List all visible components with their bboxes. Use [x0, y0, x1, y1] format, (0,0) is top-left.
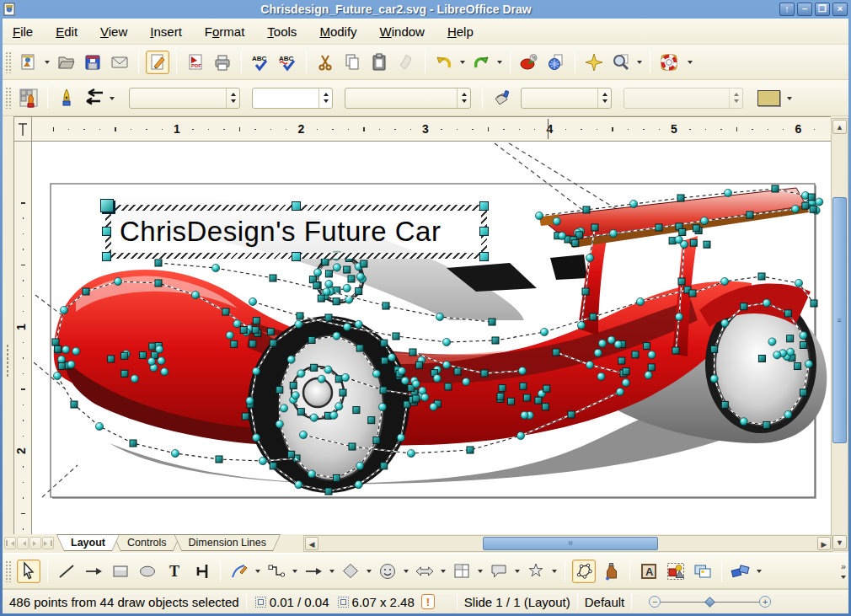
edit-point[interactable] [323, 288, 330, 296]
line-width-spinbox[interactable] [252, 88, 333, 109]
edit-point[interactable] [62, 345, 70, 353]
edit-point[interactable] [636, 297, 644, 305]
edit-point[interactable] [808, 194, 815, 201]
edit-point[interactable] [811, 300, 817, 307]
zoom-slider-thumb[interactable] [704, 597, 715, 608]
edit-point[interactable] [543, 385, 550, 392]
edit-point[interactable] [252, 367, 260, 375]
edit-point[interactable] [297, 313, 303, 319]
edit-point[interactable] [348, 276, 355, 282]
tab-controls[interactable]: Controls [113, 534, 181, 551]
edit-point[interactable] [721, 401, 728, 408]
edit-point[interactable] [800, 341, 806, 348]
lines-arrows-dropdown[interactable] [329, 570, 335, 576]
menu-item-insert[interactable]: Insert [150, 24, 182, 39]
edit-point[interactable] [372, 370, 380, 378]
edit-point[interactable] [678, 278, 685, 285]
edit-point[interactable] [373, 437, 380, 444]
edit-point[interactable] [55, 345, 62, 352]
edit-point[interactable] [295, 320, 302, 328]
edit-point[interactable] [508, 398, 515, 404]
edit-point[interactable] [381, 340, 388, 346]
edit-point[interactable] [325, 280, 333, 287]
edit-point[interactable] [675, 313, 682, 320]
help-button[interactable] [657, 51, 681, 74]
horizontal-scrollbar[interactable]: ◀ ≡ ▶ [303, 535, 832, 552]
edit-point[interactable] [758, 356, 765, 362]
area-style-combo[interactable] [521, 88, 612, 109]
redo-dropdown[interactable] [497, 61, 502, 67]
zoom-track-right[interactable] [713, 602, 759, 603]
edit-point[interactable] [689, 290, 696, 297]
selection-handle-left[interactable] [102, 227, 111, 236]
edit-point[interactable] [542, 404, 549, 410]
edit-point[interactable] [398, 367, 405, 375]
edit-point[interactable] [343, 284, 351, 292]
zoom-dropdown[interactable] [637, 61, 642, 67]
edit-point[interactable] [800, 389, 806, 396]
rotate-dropdown[interactable] [757, 570, 762, 576]
auto-spellcheck-button[interactable]: ABC [276, 51, 299, 74]
edit-point[interactable] [149, 343, 156, 350]
edit-point[interactable] [95, 422, 103, 430]
edit-point[interactable] [616, 388, 624, 395]
edit-point[interactable] [270, 463, 276, 469]
new-document-dropdown[interactable] [45, 61, 50, 67]
edit-point[interactable] [518, 367, 526, 374]
edit-point[interactable] [333, 332, 340, 340]
edit-point[interactable] [171, 449, 179, 457]
minimize-button[interactable]: – [797, 3, 812, 16]
edit-point[interactable] [333, 264, 340, 271]
edit-point[interactable] [325, 271, 332, 277]
edit-point[interactable] [252, 327, 259, 334]
edit-point[interactable] [787, 348, 795, 356]
edit-point[interactable] [430, 403, 437, 410]
edit-point[interactable] [656, 224, 662, 231]
edit-point[interactable] [393, 333, 399, 340]
undo-button[interactable] [432, 51, 456, 74]
vertical-scroll-thumb[interactable]: ≡ [832, 197, 847, 443]
edit-point[interactable] [67, 361, 75, 368]
symbol-shapes-button[interactable] [376, 560, 399, 583]
ellipse-tool-button[interactable] [136, 560, 159, 583]
selection-handle-top[interactable] [292, 201, 301, 211]
edit-point[interactable] [355, 481, 362, 489]
edit-point[interactable] [784, 410, 792, 418]
edit-point[interactable] [252, 434, 260, 442]
edit-point[interactable] [645, 372, 652, 379]
edit-point[interactable] [53, 372, 61, 379]
edit-point[interactable] [297, 409, 304, 415]
edit-point[interactable] [677, 195, 684, 201]
edit-point[interactable] [356, 273, 364, 281]
edit-point[interactable] [594, 349, 602, 356]
edit-point[interactable] [259, 457, 266, 464]
edit-point[interactable] [270, 340, 276, 346]
edit-point[interactable] [292, 392, 299, 399]
title-bar[interactable]: Chrisdesign_Future_car2.svg - LibreOffic… [0, 0, 851, 19]
edit-point[interactable] [816, 198, 823, 206]
selection-handle-bottomleft[interactable] [102, 252, 111, 261]
edit-point[interactable] [368, 417, 375, 424]
edit-point[interactable] [609, 229, 617, 237]
glue-points-button[interactable] [599, 560, 623, 583]
print-button[interactable] [211, 51, 234, 74]
edit-point[interactable] [409, 349, 416, 356]
edit-point[interactable] [211, 264, 219, 271]
edit-points-button[interactable] [572, 560, 596, 583]
first-tab-button[interactable] [4, 537, 16, 549]
edit-point[interactable] [161, 368, 169, 376]
selection-handle-bottom[interactable] [292, 252, 301, 261]
edit-point[interactable] [583, 206, 590, 213]
redo-button[interactable] [469, 51, 493, 74]
edit-point[interactable] [60, 306, 67, 313]
edit-point[interactable] [58, 363, 65, 370]
basic-shapes-button[interactable] [339, 560, 362, 583]
curve-dropdown[interactable] [255, 570, 260, 576]
line-color-combo[interactable] [345, 88, 471, 109]
edit-point[interactable] [436, 313, 443, 320]
edit-point[interactable] [322, 259, 329, 265]
flowchart-button[interactable] [450, 560, 474, 583]
edit-point[interactable] [249, 297, 256, 305]
copy-button[interactable] [340, 51, 364, 74]
line-style-combo[interactable] [129, 88, 240, 109]
